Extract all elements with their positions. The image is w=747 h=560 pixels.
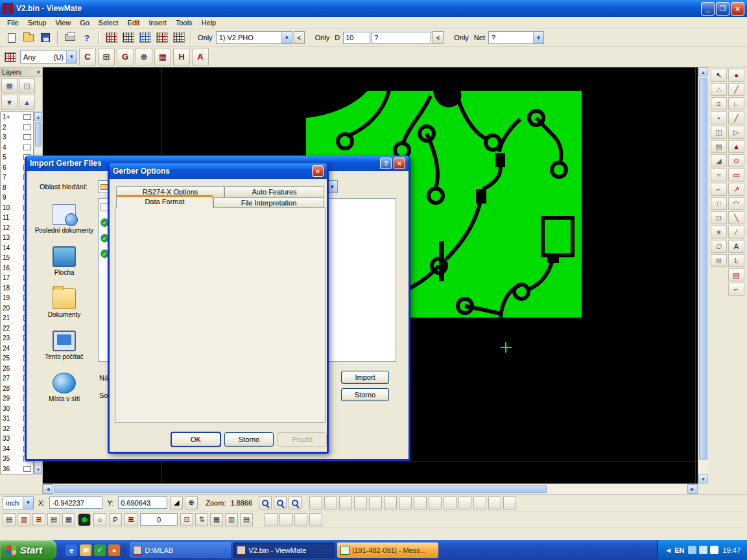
pad-pattern-5[interactable] — [369, 496, 382, 509]
dcode-pattern-input[interactable]: ? — [372, 32, 431, 44]
scroll-up-icon[interactable]: ▲ — [698, 67, 708, 76]
traces-view-tool[interactable]: ▥ — [225, 513, 238, 526]
open-file-button[interactable] — [21, 30, 36, 45]
rect-pad-tool[interactable]: ▭ — [728, 169, 744, 181]
scrollbar-thumb[interactable] — [54, 485, 547, 493]
menu-select[interactable]: Select — [94, 18, 123, 28]
restore-button[interactable]: ❐ — [716, 2, 729, 16]
quick-updater[interactable]: ✓ — [94, 544, 106, 556]
scrollbar-thumb[interactable] — [35, 122, 42, 146]
import-cancel-button[interactable]: Storno — [341, 388, 389, 401]
matrix-tool[interactable]: ▦ — [154, 49, 171, 65]
select-pattern-1[interactable] — [265, 513, 278, 526]
boxed-dot-tool[interactable]: ⊡ — [711, 211, 727, 224]
layer-row[interactable]: 2 — [1, 122, 33, 133]
pad-pattern-7[interactable] — [399, 496, 412, 509]
draw-view-button[interactable] — [171, 30, 187, 45]
dialog-close-button[interactable]: × — [394, 158, 405, 169]
pad-pattern-1[interactable] — [309, 496, 322, 509]
menu-view[interactable]: View — [51, 18, 75, 28]
context-help-button[interactable]: ? — [79, 30, 95, 45]
horizontal-scrollbar[interactable]: ◀ ▶ — [43, 484, 698, 494]
snap-grid-tool[interactable]: ⊞ — [124, 513, 137, 526]
text-tool[interactable]: A — [728, 240, 744, 253]
chevron-down-icon[interactable]: ▼ — [66, 51, 77, 63]
dot-grid-tool[interactable]: ⊡ — [180, 513, 193, 526]
pad-pattern-8[interactable] — [414, 496, 427, 509]
stripes-tool[interactable]: ▥ — [18, 513, 30, 526]
draw-line-tool[interactable]: ╱ — [728, 83, 744, 96]
table-tool[interactable]: ▤ — [728, 268, 744, 281]
chevron-down-icon[interactable]: ▼ — [533, 32, 543, 43]
l-dot-tool[interactable]: Ŀ — [728, 254, 744, 267]
layer-color-swatch[interactable] — [23, 466, 31, 472]
layer-row[interactable]: 1+ — [1, 112, 33, 122]
only-net-label[interactable]: Only — [454, 34, 469, 41]
arrow-ne-tool[interactable]: ↗ — [728, 183, 744, 196]
pad-pattern-3[interactable] — [339, 496, 352, 509]
menu-insert[interactable]: Insert — [144, 18, 171, 28]
slash-tool[interactable]: ∕ — [728, 226, 744, 239]
chevron-down-icon[interactable]: ▼ — [23, 497, 33, 509]
pad-pattern-10[interactable] — [444, 496, 456, 509]
wave-tool[interactable]: ≈ — [711, 169, 727, 181]
grid-view-button[interactable] — [137, 30, 153, 45]
language-indicator[interactable]: EN — [674, 546, 684, 554]
save-file-button[interactable] — [38, 30, 53, 45]
menu-help[interactable]: Help — [197, 18, 221, 28]
tray-collapse-icon[interactable]: ◀ — [666, 547, 670, 554]
taskbar-task[interactable]: [191-482-091] - Mess... — [337, 542, 438, 558]
cells-tool[interactable]: ▦ — [62, 513, 75, 526]
fill-tool[interactable]: ▪ — [711, 111, 727, 124]
hole-tool[interactable]: ○ — [93, 513, 106, 526]
taskbar-task[interactable]: V2.bin - ViewMate — [233, 542, 335, 558]
print-button[interactable] — [62, 30, 78, 45]
place-desktop[interactable]: Plocha — [33, 240, 95, 283]
layer-color-swatch[interactable] — [23, 124, 31, 130]
layer-move-up-button[interactable]: ▲ — [19, 95, 35, 110]
angle-line-tool[interactable]: ∟ — [728, 97, 744, 110]
zoom-out-tool[interactable] — [289, 496, 302, 509]
taskbar-task[interactable]: D:\MLAB — [130, 542, 231, 558]
trace-tool[interactable]: ╱ — [728, 111, 744, 124]
status-light[interactable] — [78, 513, 91, 526]
swap-layers-tool[interactable]: ⊞ — [98, 49, 115, 65]
flash-view-tool[interactable]: ▤ — [240, 513, 253, 526]
pad-pattern-12[interactable] — [473, 496, 486, 509]
layer-panes-button[interactable]: ◫ — [19, 78, 35, 93]
star-tool[interactable]: ∗ — [711, 226, 727, 239]
minimize-button[interactable]: _ — [701, 2, 715, 16]
menu-go[interactable]: Go — [75, 18, 94, 28]
pad-pattern-9[interactable] — [429, 496, 442, 509]
pad-pattern-14[interactable] — [503, 496, 516, 509]
units-combo[interactable]: inch ▼ — [3, 496, 34, 509]
import-button[interactable]: Import — [341, 371, 389, 384]
anchor-arrows-tool[interactable]: ⇅ — [195, 513, 208, 526]
flash-view-button[interactable] — [154, 30, 170, 45]
gerber-dialog-titlebar[interactable]: Gerber Options × — [110, 163, 327, 179]
aperture-list-button[interactable] — [3, 50, 18, 64]
corner-line-tool[interactable]: ⌐ — [711, 183, 727, 196]
arc-tool[interactable]: ◠ — [728, 197, 744, 210]
tab-auto-features[interactable]: Auto Features — [224, 186, 324, 197]
layers-panel-close-icon[interactable]: × — [36, 69, 40, 76]
place-computer[interactable]: Tento počítač — [33, 325, 95, 367]
rows-tool-2[interactable]: ▤ — [47, 513, 60, 526]
pad-flash-tool[interactable]: ● — [728, 69, 744, 82]
stack-tool[interactable]: ≡ — [711, 97, 727, 110]
zoom-in-tool[interactable] — [259, 496, 272, 509]
aperture-text-tool[interactable]: A — [192, 49, 209, 65]
new-file-button[interactable] — [4, 30, 19, 45]
scrollbar-thumb[interactable] — [699, 78, 707, 460]
y-coordinate-value[interactable]: 0.690643 — [118, 496, 167, 509]
place-recent[interactable]: Poslední dokumenty — [33, 198, 95, 240]
layer-move-down-button[interactable]: ▼ — [1, 95, 18, 110]
apply-button[interactable]: Použít — [278, 432, 327, 447]
trace-view-button[interactable] — [121, 30, 136, 45]
scroll-down-icon[interactable]: ▼ — [34, 465, 42, 474]
quick-ie[interactable]: e — [65, 544, 77, 556]
pad-view-button[interactable] — [104, 30, 119, 45]
dots-tool[interactable]: ∴ — [711, 83, 727, 96]
previous-dcode-button[interactable]: < — [433, 31, 444, 44]
scroll-left-icon[interactable]: ◀ — [43, 484, 53, 494]
